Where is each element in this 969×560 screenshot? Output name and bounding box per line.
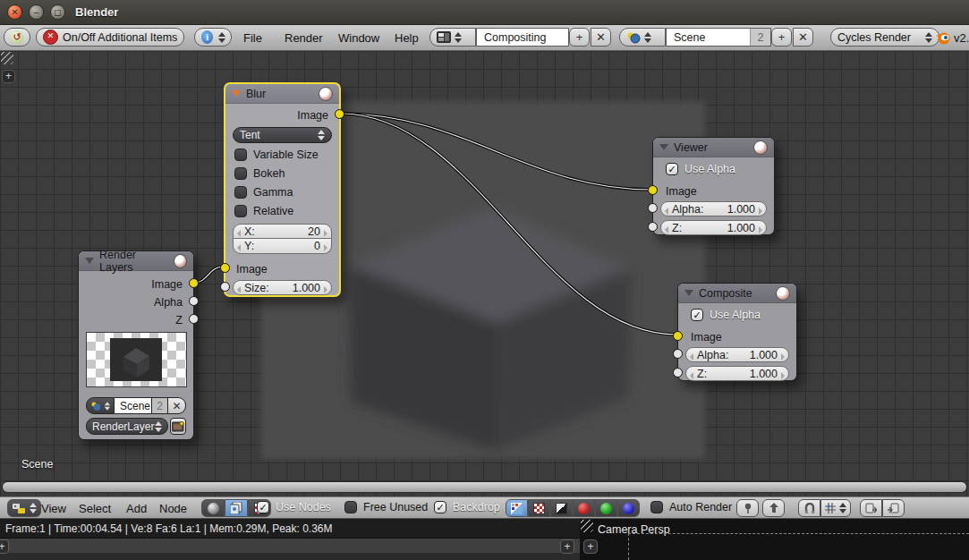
backdrop-checkbox[interactable]: ✓ Backdrop — [434, 501, 500, 513]
copy-nodes-button[interactable] — [860, 499, 882, 517]
shader-nodes-toggle[interactable] — [201, 499, 225, 517]
menu-render[interactable]: Render — [285, 31, 323, 45]
preview-ball-icon[interactable] — [174, 254, 187, 268]
menu-window[interactable]: Window — [338, 31, 379, 45]
socket-alpha-output[interactable] — [189, 296, 199, 306]
addon-toggle-button[interactable]: ✕ On/Off Additional Items — [36, 28, 184, 47]
render-layer-dropdown[interactable]: RenderLayer — [86, 418, 168, 435]
delete-scene-button[interactable]: ✕ — [793, 28, 813, 47]
screen-layout-selector[interactable] — [429, 28, 476, 47]
socket-image-output[interactable] — [189, 278, 199, 288]
paste-nodes-button[interactable] — [882, 499, 905, 517]
collapse-triangle-icon[interactable] — [85, 258, 94, 264]
scene-users-badge[interactable]: 2 — [152, 397, 168, 414]
collapse-triangle-icon[interactable] — [684, 290, 693, 296]
menu-help[interactable]: Help — [395, 31, 419, 45]
composite-alpha-field[interactable]: Alpha: 1.000 — [685, 347, 789, 362]
scene-name-field[interactable]: Scene — [115, 397, 152, 414]
viewer-alpha-field[interactable]: Alpha: 1.000 — [660, 201, 767, 216]
viewport-3d-corner[interactable]: Camera Persp + — [580, 519, 969, 560]
checkbox-variable-size[interactable]: Variable Size — [234, 148, 319, 161]
filter-type-dropdown[interactable]: Tent — [233, 127, 332, 143]
backdrop-r-toggle[interactable] — [573, 499, 595, 517]
scene-users-badge[interactable]: 2 — [750, 29, 770, 46]
editor-type-selector[interactable] — [7, 499, 41, 517]
collapse-triangle-icon[interactable] — [232, 90, 241, 97]
menu-node[interactable]: Node — [159, 502, 187, 515]
node-viewer[interactable]: Viewer ✓ Use Alpha Image Alpha: 1.000 Z:… — [652, 137, 775, 235]
scene-selector[interactable] — [619, 28, 666, 47]
node-blur-header[interactable]: Blur — [225, 84, 339, 104]
editor-type-selector[interactable]: i — [194, 28, 232, 47]
checkbox-gamma[interactable]: Gamma — [234, 185, 293, 199]
node-render-layers-header[interactable]: Render Layers — [79, 251, 193, 271]
area-resize-grip[interactable] — [581, 520, 593, 532]
node-composite-header[interactable]: Composite — [678, 284, 796, 303]
compositing-nodes-toggle[interactable] — [225, 499, 248, 517]
socket-image-input[interactable] — [673, 331, 683, 341]
area-resize-grip[interactable] — [1, 52, 13, 64]
socket-z-input[interactable] — [648, 222, 658, 232]
expand-region-button-right[interactable]: + — [560, 539, 574, 554]
menu-view[interactable]: View — [41, 502, 66, 515]
socket-z-input[interactable] — [673, 368, 683, 378]
backdrop-color-alpha-toggle[interactable] — [506, 499, 528, 517]
socket-alpha-input[interactable] — [673, 349, 683, 359]
checkbox-icon[interactable] — [234, 186, 247, 199]
expand-region-button-viewport[interactable]: + — [583, 539, 598, 554]
checkbox-checked-icon[interactable]: ✓ — [691, 309, 703, 321]
node-render-layers[interactable]: Render Layers Image Alpha Z — [78, 250, 194, 440]
snap-element-dropdown[interactable] — [820, 499, 851, 517]
backdrop-g-toggle[interactable] — [595, 499, 617, 517]
blur-y-field[interactable]: Y: 0 — [233, 239, 332, 254]
socket-image-input[interactable] — [220, 263, 230, 273]
screen-layout-name-field[interactable]: Compositing — [476, 28, 569, 47]
composite-z-field[interactable]: Z: 1.000 — [685, 366, 789, 381]
window-close-icon[interactable]: ✕ — [7, 4, 22, 20]
history-icon[interactable]: ↺ — [4, 28, 30, 47]
delete-layout-button[interactable]: ✕ — [591, 28, 611, 47]
render-engine-dropdown[interactable]: Cycles Render — [830, 28, 939, 47]
preview-ball-icon[interactable] — [776, 286, 790, 301]
scene-select-button[interactable] — [86, 397, 115, 414]
menu-add[interactable]: Add — [126, 502, 147, 515]
checkbox-use-alpha[interactable]: ✓ Use Alpha — [691, 308, 761, 321]
expand-region-button-left[interactable]: + — [0, 539, 9, 554]
collapse-triangle-icon[interactable] — [659, 144, 668, 150]
node-viewer-header[interactable]: Viewer — [653, 138, 774, 157]
socket-size-input[interactable] — [220, 282, 230, 292]
snap-toggle[interactable] — [798, 499, 820, 517]
rerender-layer-button[interactable] — [170, 418, 186, 435]
blur-size-field[interactable]: Size: 1.000 — [233, 280, 332, 295]
socket-image-output[interactable] — [335, 109, 344, 119]
add-scene-button[interactable]: + — [771, 28, 792, 47]
backdrop-alpha-toggle[interactable] — [528, 499, 550, 517]
node-editor-canvas[interactable]: + Blur Image Tent Variable Size Bokeh — [0, 51, 969, 496]
checkbox-icon[interactable] — [234, 205, 247, 217]
checkbox-icon[interactable] — [234, 148, 247, 161]
socket-image-input[interactable] — [648, 185, 658, 195]
auto-render-checkbox[interactable]: Auto Render — [650, 501, 732, 513]
socket-alpha-input[interactable] — [648, 203, 658, 213]
checkbox-checked-icon[interactable]: ✓ — [666, 163, 678, 175]
pin-toggle[interactable] — [736, 499, 759, 517]
checkbox-bokeh[interactable]: Bokeh — [234, 166, 285, 180]
window-maximize-icon[interactable]: ◻ — [50, 4, 65, 20]
free-unused-checkbox[interactable]: Free Unused — [344, 501, 428, 513]
unlink-scene-button[interactable]: ✕ — [168, 397, 186, 414]
checkbox-relative[interactable]: Relative — [234, 204, 293, 217]
checkbox-use-alpha[interactable]: ✓ Use Alpha — [666, 162, 735, 175]
node-composite[interactable]: Composite ✓ Use Alpha Image Alpha: 1.000… — [677, 283, 797, 381]
add-layout-button[interactable]: + — [569, 28, 590, 47]
scene-name-field[interactable]: Scene 2 — [666, 28, 771, 47]
go-to-parent-tree-button[interactable] — [762, 499, 785, 517]
horizontal-scrollbar[interactable] — [2, 481, 967, 493]
backdrop-z-toggle[interactable] — [550, 499, 573, 517]
use-nodes-checkbox[interactable]: ✓ Use Nodes — [257, 501, 331, 513]
preview-ball-icon[interactable] — [319, 87, 333, 101]
menu-file[interactable]: File — [243, 31, 262, 45]
viewer-z-field[interactable]: Z: 1.000 — [660, 220, 767, 235]
blur-x-field[interactable]: X: 20 — [233, 224, 332, 239]
window-minimize-icon[interactable]: – — [29, 4, 44, 20]
node-blur[interactable]: Blur Image Tent Variable Size Bokeh Gamm… — [224, 82, 341, 297]
